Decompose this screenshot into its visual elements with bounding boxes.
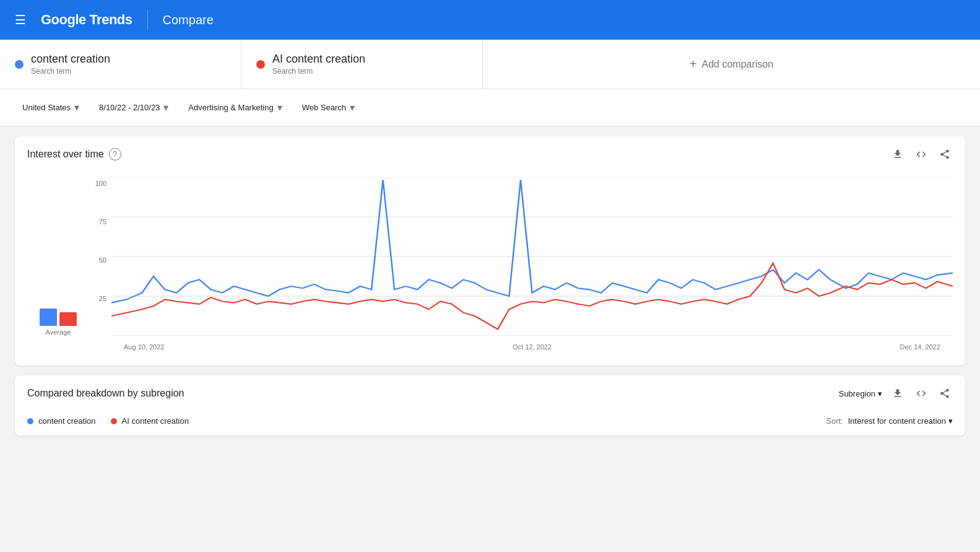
share-button[interactable]: [937, 146, 953, 162]
y-label-25: 25: [89, 295, 111, 302]
term1-dot: [15, 60, 24, 69]
chart-svg: [111, 177, 953, 336]
subregion-embed-button[interactable]: [913, 385, 929, 401]
y-label-75: 75: [89, 218, 111, 226]
interest-over-time-card: Interest over time ?: [15, 136, 965, 366]
y-label-50: 50: [89, 256, 111, 264]
legend-row: content creation AI content creation Sor…: [15, 411, 965, 436]
plus-icon: +: [690, 57, 697, 71]
interest-over-time-title: Interest over time: [27, 149, 104, 160]
sort-label: Sort:: [826, 416, 843, 426]
search-bar: content creation Search term AI content …: [0, 40, 980, 89]
search-term-1[interactable]: content creation Search term: [0, 40, 241, 89]
download-button[interactable]: [890, 146, 906, 162]
card-actions-interest: [890, 146, 953, 162]
sort-chevron-icon: ▾: [948, 416, 953, 426]
search-term-2[interactable]: AI content creation Search term: [241, 40, 483, 89]
term2-sublabel: Search term: [272, 67, 365, 76]
app-header: ☰ Google Trends Compare: [0, 0, 980, 40]
region-chevron-icon: ▾: [74, 102, 79, 113]
filters-bar: United States ▾ 8/10/22 - 2/10/23 ▾ Adve…: [0, 89, 980, 126]
subregion-card: Compared breakdown by subregion Subregio…: [15, 375, 965, 436]
menu-icon[interactable]: ☰: [10, 7, 31, 32]
category-chevron-icon: ▾: [277, 102, 282, 113]
line-chart-section: 100 75 50 25: [89, 177, 953, 351]
chart-area: Average 100 75 50 25: [15, 172, 965, 366]
subregion-dropdown-label: Subregion: [839, 389, 875, 398]
date-range-label: 8/10/22 - 2/10/23: [99, 103, 160, 112]
header-divider: [147, 10, 148, 30]
legend-item-1: content creation: [27, 416, 96, 426]
date-range-filter[interactable]: 8/10/22 - 2/10/23 ▾: [92, 97, 176, 118]
legend-item-2: AI content creation: [111, 416, 189, 426]
avg-bar-blue: [40, 309, 57, 326]
search-type-filter[interactable]: Web Search ▾: [295, 97, 362, 118]
region-filter[interactable]: United States ▾: [15, 97, 87, 118]
sort-section: Sort: Interest for content creation ▾: [826, 416, 953, 426]
card-title-interest: Interest over time ?: [27, 148, 121, 160]
category-filter[interactable]: Advertising & Marketing ▾: [181, 97, 289, 118]
subregion-card-header: Compared breakdown by subregion Subregio…: [15, 375, 965, 411]
legend-dot-blue: [27, 418, 33, 424]
add-comparison-label: Add comparison: [702, 59, 774, 70]
x-label-aug: Aug 10, 2022: [124, 343, 164, 351]
term2-label: AI content creation: [272, 53, 365, 66]
sort-button[interactable]: Interest for content creation ▾: [848, 416, 953, 426]
legend-label-2: AI content creation: [122, 416, 189, 426]
term2-dot: [256, 60, 265, 69]
y-axis-labels: 100 75 50 25: [89, 177, 111, 336]
chart-plot: [111, 177, 953, 336]
x-label-dec: Dec 14, 2022: [900, 343, 940, 351]
y-label-100: 100: [89, 180, 111, 187]
search-type-label: Web Search: [302, 103, 346, 112]
average-section: Average: [27, 177, 89, 351]
subregion-share-button[interactable]: [937, 385, 953, 401]
subregion-download-button[interactable]: [890, 385, 906, 401]
avg-bars: [40, 309, 77, 326]
chart-container: Average 100 75 50 25: [27, 177, 953, 351]
page-title: Compare: [163, 13, 214, 27]
date-chevron-icon: ▾: [163, 102, 168, 113]
region-label: United States: [22, 103, 71, 112]
embed-button[interactable]: [913, 146, 929, 162]
legend-dot-red: [111, 418, 117, 424]
x-label-oct: Oct 12, 2022: [513, 343, 552, 351]
average-label: Average: [46, 328, 71, 336]
x-axis-labels: Aug 10, 2022 Oct 12, 2022 Dec 14, 2022: [111, 343, 953, 351]
category-label: Advertising & Marketing: [188, 103, 273, 112]
main-content: Interest over time ?: [0, 126, 980, 445]
add-comparison-button[interactable]: + Add comparison: [483, 40, 980, 89]
subregion-title: Compared breakdown by subregion: [27, 388, 184, 399]
subregion-chevron-icon: ▾: [878, 389, 882, 398]
avg-bar-red: [59, 312, 77, 326]
search-type-chevron-icon: ▾: [350, 102, 355, 113]
card-header-interest: Interest over time ?: [15, 136, 965, 172]
term1-sublabel: Search term: [31, 67, 110, 76]
legend-label-1: content creation: [38, 416, 96, 426]
app-logo: Google Trends: [41, 12, 132, 28]
subregion-dropdown[interactable]: Subregion ▾: [839, 389, 882, 398]
subregion-actions: Subregion ▾: [839, 385, 953, 401]
term1-label: content creation: [31, 53, 110, 66]
sort-value-label: Interest for content creation: [848, 416, 946, 426]
help-icon[interactable]: ?: [109, 148, 121, 160]
